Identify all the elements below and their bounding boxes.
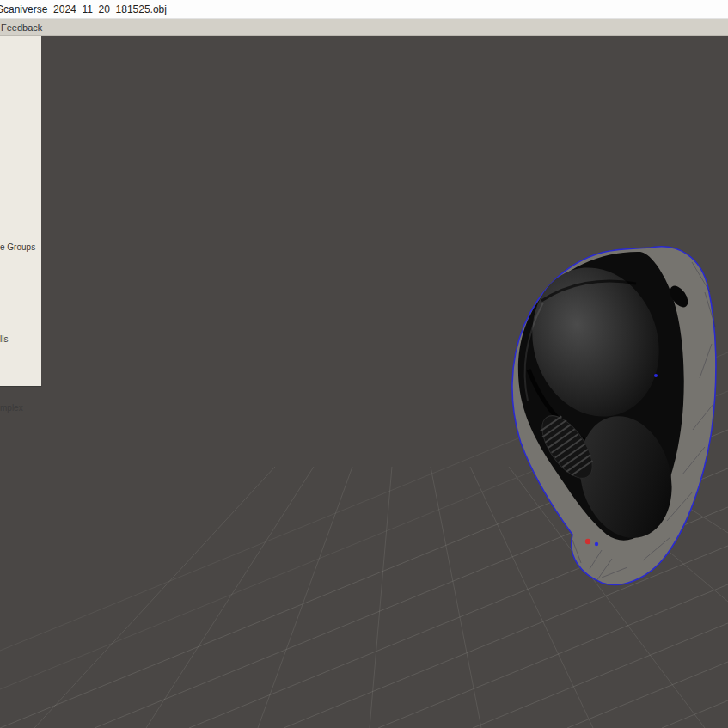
tool-panel-item-face-groups[interactable]: e Groups: [0, 242, 35, 252]
tool-panel: e Groups lls mplex: [0, 36, 42, 387]
tool-panel-item-shells[interactable]: lls: [0, 334, 8, 344]
title-bar: Scaniverse_2024_11_20_181525.obj: [0, 0, 728, 19]
marker-blue-bottom: [595, 542, 598, 546]
menu-bar: Feedback: [0, 19, 728, 36]
tool-panel-item-complex[interactable]: mplex: [0, 403, 23, 413]
window-title: Scaniverse_2024_11_20_181525.obj: [0, 3, 167, 15]
marker-blue-top: [654, 374, 658, 377]
menu-item-feedback[interactable]: Feedback: [0, 22, 47, 33]
viewport-scene: [0, 36, 728, 728]
viewport-canvas[interactable]: [0, 36, 728, 728]
mouse-model: [512, 247, 716, 585]
marker-red: [585, 539, 590, 544]
